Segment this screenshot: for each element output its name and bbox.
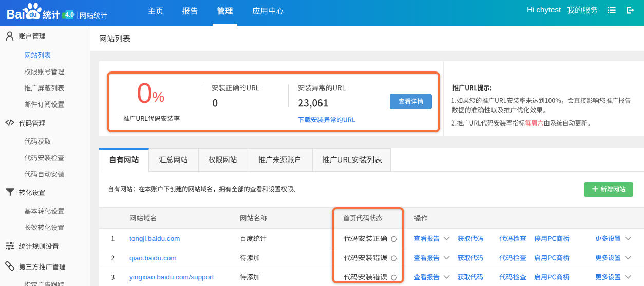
svg-text:0: 0 xyxy=(137,77,153,109)
svg-text:tongji.baidu.com: tongji.baidu.com xyxy=(129,235,180,242)
svg-text:du: du xyxy=(29,11,37,19)
svg-text:yingxiao.baidu.com/support: yingxiao.baidu.com/support xyxy=(129,273,214,281)
svg-text:qiao.baidu.com: qiao.baidu.com xyxy=(129,254,177,262)
svg-text:Hi chytest: Hi chytest xyxy=(527,5,561,14)
svg-text:Bai: Bai xyxy=(7,8,25,21)
svg-text:4.0: 4.0 xyxy=(65,11,74,19)
svg-text:%: % xyxy=(152,90,164,105)
